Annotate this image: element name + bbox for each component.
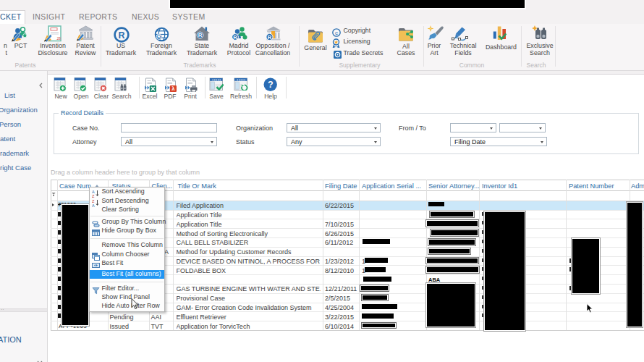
svg-text:R: R [157, 34, 161, 39]
svg-text:R: R [233, 34, 237, 41]
svg-text:?: ? [268, 80, 274, 90]
svg-text:c: c [335, 29, 338, 35]
svg-text:A: A [92, 203, 95, 207]
svg-text:R: R [118, 30, 124, 41]
svg-text:R: R [198, 32, 202, 38]
svg-text:.28: .28 [56, 36, 62, 40]
svg-text:R: R [267, 34, 271, 41]
